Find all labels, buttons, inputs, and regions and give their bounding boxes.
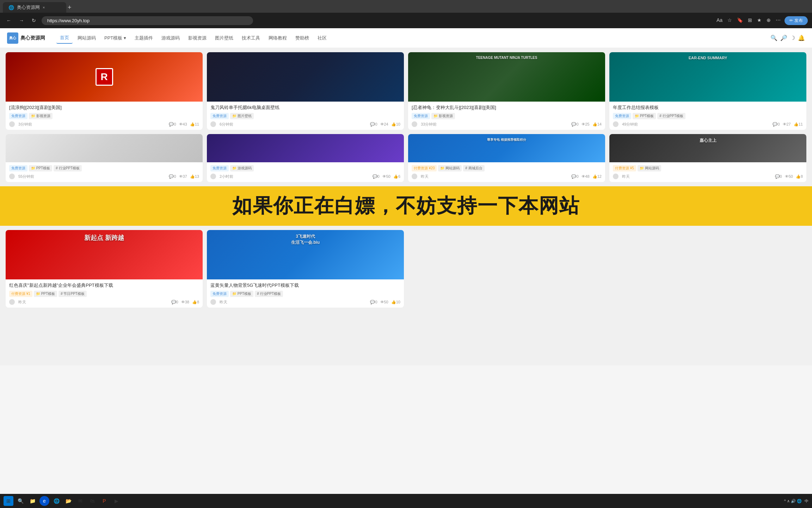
nav-community[interactable]: 社区 bbox=[314, 33, 330, 43]
main-nav: 首页 网站源码 PPT模板 ▾ 主题插件 游戏源码 影视资源 图片壁纸 技术工具… bbox=[56, 32, 763, 44]
card-8-body: 付费资源 ¥5 📁 网站源码 昨天 💬0 👁50 👍8 bbox=[609, 162, 806, 182]
nav-wallpaper[interactable]: 图片壁纸 bbox=[211, 33, 237, 43]
card-2-title: 鬼刀风铃单手托腮6k电脑桌面壁纸 bbox=[210, 104, 400, 111]
card-7-body: 付费资源 ¥20 📁 网站源码 # 商城后台 昨天 💬0 👁48 👍12 bbox=[408, 162, 605, 182]
card-1-stats: 💬0 👁43 👍11 bbox=[169, 122, 199, 127]
tag-game: 📁 游戏源码 bbox=[230, 165, 254, 171]
comments: 💬0 bbox=[370, 122, 377, 127]
card-4-thumb-text: EAR-END SUMMARY bbox=[609, 52, 806, 64]
publish-label: 发布 bbox=[794, 18, 803, 24]
extensions-icon[interactable]: ⊕ bbox=[765, 16, 772, 25]
tag-industry: # 行业PPT模板 bbox=[54, 165, 82, 171]
active-tab[interactable]: 🌐 奥心资源网 × bbox=[3, 2, 66, 13]
search-expand-icon[interactable]: 🔍 bbox=[770, 35, 777, 41]
card-3[interactable]: TEENAGE MUTANT NINJA TURTLES [忍者神龟：变种大乱斗… bbox=[408, 52, 605, 130]
avatar bbox=[412, 174, 417, 179]
card-3-title: [忍者神龟：变种大乱斗][2023][喜剧][美国] bbox=[412, 104, 602, 111]
card-grid-row2: 免费资源 📁 PPT模板 # 行业PPT模板 55分钟前 💬0 👁37 👍13 bbox=[0, 134, 812, 186]
nav-tools[interactable]: 技术工具 bbox=[238, 33, 264, 43]
publish-icon: ✏ bbox=[789, 18, 793, 23]
card-9[interactable]: 新起点 新跨越 红色喜庆"新起点新跨越"企业年会盛典PPT模板下载 付费资源 ¥… bbox=[6, 230, 203, 308]
comments: 💬0 bbox=[571, 122, 578, 127]
card-6[interactable]: 免费资源 📁 游戏源码 2小时前 💬0 👁50 👍6 bbox=[207, 134, 404, 182]
main-content: R [流浪狗][2023][喜剧][美国] 免费资源 📁 影视资源 3分钟前 💬… bbox=[0, 48, 812, 365]
card-1[interactable]: R [流浪狗][2023][喜剧][美国] 免费资源 📁 影视资源 3分钟前 💬… bbox=[6, 52, 203, 130]
views: 👁25 bbox=[582, 122, 590, 127]
empty-cell-2 bbox=[609, 230, 806, 308]
card-3-stats: 💬0 👁25 👍14 bbox=[571, 122, 602, 127]
tag-wallpaper: 📁 图片壁纸 bbox=[230, 113, 254, 119]
tag-paid: 付费资源 ¥5 bbox=[613, 165, 636, 171]
read-mode-icon[interactable]: Aa bbox=[715, 16, 724, 25]
add-favorites-icon[interactable]: ★ bbox=[756, 16, 763, 25]
header-icons: 🔍 🔎 ☽ 🔔 bbox=[770, 35, 805, 41]
card-4-thumb: EAR-END SUMMARY bbox=[609, 52, 806, 102]
tag-industry-ppt: # 行业PPT模板 bbox=[657, 113, 685, 119]
avatar bbox=[412, 121, 417, 127]
card-7-thumb: 尊享专电 根据推荐领取积分 bbox=[408, 134, 605, 162]
collections-icon[interactable]: 🔖 bbox=[736, 16, 744, 25]
tag-websrc: 📁 网站源码 bbox=[638, 165, 661, 171]
views: 👁48 bbox=[582, 174, 590, 179]
nav-home[interactable]: 首页 bbox=[56, 32, 73, 44]
tag-free: 免费资源 bbox=[9, 113, 27, 119]
card-3-thumb: TEENAGE MUTANT NINJA TURTLES bbox=[408, 52, 605, 102]
card-8-stats: 💬0 👁50 👍8 bbox=[775, 174, 803, 179]
card-6-meta: 2小时前 💬0 👁50 👍6 bbox=[210, 174, 400, 179]
nav-ppt[interactable]: PPT模板 ▾ bbox=[101, 33, 130, 43]
nav-websrc[interactable]: 网站源码 bbox=[74, 33, 99, 43]
site-logo[interactable]: 奥心 奥心资源网 bbox=[7, 32, 49, 44]
forward-btn[interactable]: → bbox=[17, 17, 26, 24]
card-8-meta: 昨天 💬0 👁50 👍8 bbox=[613, 174, 803, 179]
tag-free: 免费资源 bbox=[210, 113, 229, 119]
tab-favicon: 🌐 bbox=[8, 5, 14, 10]
card-7-stats: 💬0 👁48 👍12 bbox=[571, 174, 602, 179]
notification-icon[interactable]: 🔔 bbox=[798, 35, 805, 41]
tag-free: 免费资源 bbox=[9, 165, 27, 171]
tag-holiday: # 节日PPT模板 bbox=[59, 291, 87, 297]
card-5[interactable]: 免费资源 📁 PPT模板 # 行业PPT模板 55分钟前 💬0 👁37 👍13 bbox=[6, 134, 203, 182]
card-9-title: 红色喜庆"新起点新跨越"企业年会盛典PPT模板下载 bbox=[9, 282, 199, 289]
nav-plugins[interactable]: 主题插件 bbox=[131, 33, 156, 43]
card-8[interactable]: 嘉心主上 付费资源 ¥5 📁 网站源码 昨天 💬0 👁50 👍8 bbox=[609, 134, 806, 182]
tag-video: 📁 影视资源 bbox=[431, 113, 455, 119]
card-5-stats: 💬0 👁37 👍13 bbox=[169, 174, 199, 179]
card-2[interactable]: 鬼刀风铃单手托腮6k电脑桌面壁纸 免费资源 📁 图片壁纸 6分钟前 💬0 👁24… bbox=[207, 52, 404, 130]
nav-video[interactable]: 影视资源 bbox=[185, 33, 210, 43]
card-10-title: 蓝黄矢量人物背景5G飞速时代PPT模板下载 bbox=[210, 282, 400, 289]
tag-industry: # 行业PPT模板 bbox=[255, 291, 283, 297]
nav-sponsor[interactable]: 赞助榜 bbox=[292, 33, 313, 43]
card-2-time: 6分钟前 bbox=[220, 122, 233, 127]
theme-icon[interactable]: ☽ bbox=[790, 35, 795, 41]
views: 👁24 bbox=[380, 122, 388, 127]
nav-game[interactable]: 游戏源码 bbox=[158, 33, 183, 43]
card-7[interactable]: 尊享专电 根据推荐领取积分 付费资源 ¥20 📁 网站源码 # 商城后台 昨天 … bbox=[408, 134, 605, 182]
card-3-time: 33分钟前 bbox=[421, 122, 437, 127]
address-input[interactable] bbox=[42, 16, 253, 25]
card-9-thumb: 新起点 新跨越 bbox=[6, 230, 203, 279]
new-tab-btn[interactable]: + bbox=[68, 4, 72, 11]
likes: 👍12 bbox=[592, 174, 602, 179]
card-10[interactable]: 3飞速时代生活飞一会.biu 蓝黄矢量人物背景5G飞速时代PPT模板下载 免费资… bbox=[207, 230, 404, 308]
refresh-btn[interactable]: ↻ bbox=[30, 17, 38, 24]
search-icon[interactable]: 🔎 bbox=[780, 35, 787, 41]
settings-icon[interactable]: ⋯ bbox=[775, 16, 782, 25]
avatar bbox=[210, 174, 216, 179]
split-view-icon[interactable]: ⊞ bbox=[747, 16, 753, 25]
comments: 💬0 bbox=[773, 122, 780, 127]
card-8-thumb-text: 嘉心主上 bbox=[609, 134, 806, 147]
publish-button[interactable]: ✏ 发布 bbox=[785, 16, 808, 25]
card-9-stats: 💬0 👁38 👍8 bbox=[171, 300, 199, 304]
card-4-title: 年度工作总结报表模板 bbox=[613, 104, 803, 111]
tag-free: 免费资源 bbox=[210, 165, 229, 171]
nav-tutorial[interactable]: 网络教程 bbox=[265, 33, 290, 43]
card-10-thumb: 3飞速时代生活飞一会.biu bbox=[207, 230, 404, 279]
card-2-tags: 免费资源 📁 图片壁纸 bbox=[210, 113, 400, 119]
card-4[interactable]: EAR-END SUMMARY 年度工作总结报表模板 免费资源 📁 PPT模板 … bbox=[609, 52, 806, 130]
back-btn[interactable]: ← bbox=[4, 17, 13, 24]
tab-close-btn[interactable]: × bbox=[43, 5, 45, 10]
tag-paid: 付费资源 ¥20 bbox=[412, 165, 437, 171]
card-1-tags: 免费资源 📁 影视资源 bbox=[9, 113, 199, 119]
tag-ppt: 📁 PPT模板 bbox=[633, 113, 656, 119]
favorites-icon[interactable]: ☆ bbox=[726, 16, 733, 25]
